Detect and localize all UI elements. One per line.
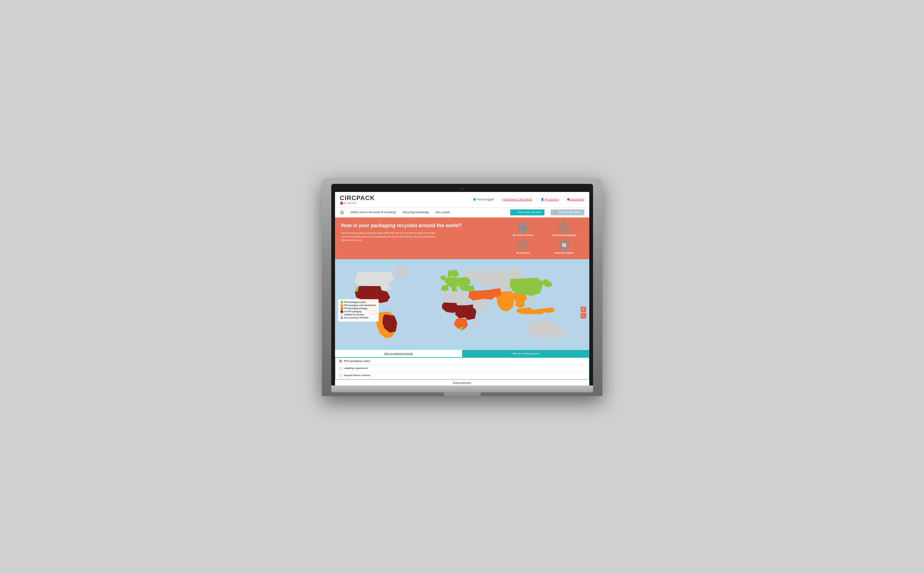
globe-icon: 🌐	[513, 211, 516, 214]
header-right: You're logged | (re)Discover CIRCPACK | …	[473, 198, 584, 201]
logo-area: CIRCPACK by VEOLIA	[340, 194, 375, 205]
feature-household-label: Household packaging	[552, 234, 577, 237]
nav-whats-new[interactable]: What's new in the world of recycling?	[351, 211, 397, 214]
hero-banner: How is your packaging recycled around th…	[335, 218, 589, 259]
hero-left: How is your packaging recycled around th…	[341, 222, 498, 254]
feature-realtime-label: Real-time update	[555, 251, 573, 254]
rediscover-link[interactable]: (re)Discover CIRCPACK	[502, 198, 532, 201]
filter-options: EPR packaging in place Labelling require…	[335, 358, 589, 380]
zoom-controls: + −	[580, 307, 586, 319]
lock-icon: 🔒	[554, 211, 557, 214]
feature-household: 🗑 Household packaging	[546, 222, 583, 237]
nav-recycling-knowledge[interactable]: Recycling knowledge	[403, 211, 429, 214]
materials-feature-icon: ≋	[518, 240, 528, 250]
legend-epr-place: EPR packaging in place	[341, 301, 376, 304]
filter-section: Filter by packaging format Filter by rec…	[335, 350, 589, 385]
legend-epr-emerging: EPR packaging emerging	[341, 307, 376, 310]
legend-available: Available for purchase	[341, 314, 376, 316]
globe-feature-icon: 🌐	[518, 222, 528, 232]
map-legend: EPR packaging in place EPR packaging und…	[338, 299, 378, 322]
svg-point-1	[419, 290, 421, 292]
disconnect-link[interactable]: Disconnect	[567, 198, 584, 201]
reset-parameters-link[interactable]: Reset parameters	[335, 380, 589, 385]
header: CIRCPACK by VEOLIA You're logged | (re)D…	[335, 192, 589, 208]
access-reports-button[interactable]: 🔒 ACCESS REPORTS	[551, 210, 584, 215]
nav: 🏠 What's new in the world of recycling? …	[335, 208, 589, 218]
filter-option-labelling[interactable]: Labelling requirement	[335, 365, 589, 372]
hero-right: 🌐 69 country reports 🗑 Household packagi…	[505, 222, 583, 254]
hero-description: Each country manages packaging waste dif…	[341, 231, 441, 242]
filter-tabs: Filter by packaging format Filter by rec…	[335, 350, 589, 358]
legend-no-epr: No EPR packaging	[341, 311, 376, 313]
legend-epr-dev: EPR packaging under development	[341, 304, 376, 307]
filter-option-deposit[interactable]: Deposit Return Scheme	[335, 372, 589, 379]
filter-option-epr[interactable]: EPR packaging in place	[335, 358, 589, 365]
user-icon: 👤	[541, 198, 544, 201]
bin-feature-icon: 🗑	[560, 222, 569, 232]
screen: CIRCPACK by VEOLIA You're logged | (re)D…	[335, 192, 589, 385]
radio-labelling	[339, 367, 342, 370]
logo-sub: by VEOLIA	[340, 202, 375, 205]
filter-tab-recycling[interactable]: Filter by recycling system	[462, 350, 589, 358]
logo-text: CIRCPACK	[340, 194, 375, 202]
feature-country-reports: 🌐 69 country reports	[505, 222, 542, 237]
screen-bezel: CIRCPACK by VEOLIA You're logged | (re)D…	[331, 184, 593, 385]
feature-country-label: 69 country reports	[513, 234, 533, 237]
map-container[interactable]: EPR packaging in place EPR packaging und…	[335, 259, 589, 350]
nav-get-quote[interactable]: Get a quote	[435, 211, 450, 214]
my-account-link[interactable]: 👤 My account	[541, 198, 559, 201]
feature-materials-label: All materials	[516, 251, 530, 254]
home-icon[interactable]: 🏠	[340, 210, 344, 214]
explore-map-button[interactable]: 🌐 EXPLORE THE MAP	[510, 210, 544, 215]
hero-title: How is your packaging recycled around th…	[341, 222, 498, 229]
logged-status: You're logged	[473, 198, 494, 201]
legend-not-covered: Not covered by CIRCPACK	[341, 317, 376, 319]
zoom-in-button[interactable]: +	[580, 307, 586, 312]
feature-realtime: 🔄 Real-time update	[546, 240, 583, 254]
refresh-feature-icon: 🔄	[560, 240, 569, 250]
radio-deposit	[339, 374, 342, 377]
zoom-out-button[interactable]: −	[580, 313, 586, 319]
radio-epr	[339, 360, 342, 363]
veolia-icon	[340, 202, 343, 205]
feature-materials: ≋ All materials	[505, 240, 542, 254]
laptop-frame: CIRCPACK by VEOLIA You're logged | (re)D…	[322, 178, 602, 396]
red-dot-icon	[567, 198, 570, 201]
webcam	[461, 188, 464, 190]
filter-tab-packaging[interactable]: Filter by packaging format	[335, 350, 462, 358]
green-dot-icon	[473, 198, 476, 201]
laptop-base	[331, 385, 593, 392]
laptop-stand	[443, 392, 481, 396]
